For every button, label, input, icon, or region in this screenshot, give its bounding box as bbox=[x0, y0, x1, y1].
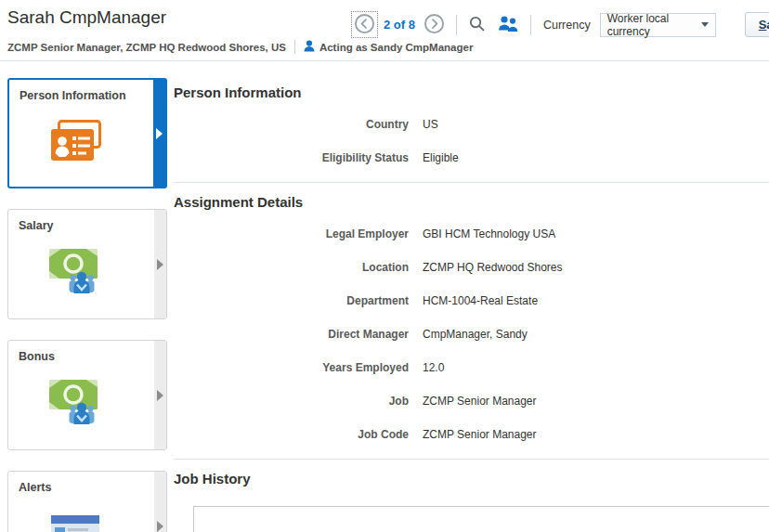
person-icon bbox=[304, 40, 315, 54]
card-strip bbox=[154, 341, 166, 449]
subtitle-divider bbox=[294, 40, 295, 54]
next-record-button[interactable] bbox=[424, 14, 445, 35]
field-label: Eligibility Status bbox=[174, 151, 409, 164]
currency-dropdown-value: Worker local currency bbox=[607, 12, 696, 38]
page-header: Sarah CmpManager ZCMP Senior Manager, ZC… bbox=[0, 0, 769, 61]
sidebar-card-alerts[interactable]: Alerts bbox=[7, 471, 167, 532]
field-label: Country bbox=[174, 118, 409, 131]
card-arrow-icon bbox=[157, 259, 163, 270]
field-value: ZCMP Senior Manager bbox=[423, 395, 537, 408]
card-title: Person Information bbox=[20, 89, 126, 102]
currency-dropdown[interactable]: Worker local currency bbox=[600, 13, 716, 37]
card-title: Bonus bbox=[19, 350, 55, 363]
team-icon bbox=[498, 15, 518, 35]
sidebar: Person Information Salary bbox=[7, 78, 167, 532]
save-button-label: Save bbox=[759, 18, 769, 32]
card-title: Alerts bbox=[19, 481, 51, 494]
card-strip bbox=[154, 210, 166, 318]
field-row-job: Job ZCMP Senior Manager bbox=[174, 384, 769, 418]
toolbar-divider bbox=[530, 15, 531, 35]
field-value: HCM-1004-Real Estate bbox=[423, 294, 538, 307]
section-heading-assignment-details: Assignment Details bbox=[174, 194, 769, 210]
field-label: Direct Manager bbox=[174, 328, 409, 341]
sidebar-card-person-information[interactable]: Person Information bbox=[7, 78, 167, 188]
field-row-job-code: Job Code ZCMP Senior Manager bbox=[174, 418, 769, 451]
field-row-eligibility-status: Eligibility Status Eligible bbox=[174, 141, 769, 175]
field-value: CmpManager, Sandy bbox=[423, 328, 528, 341]
chevron-right-icon bbox=[424, 13, 445, 37]
section-heading-person-information: Person Information bbox=[174, 84, 769, 100]
field-value: ZCMP Senior Manager bbox=[423, 428, 537, 441]
field-value: US bbox=[423, 118, 438, 131]
sidebar-card-salary[interactable]: Salary bbox=[7, 209, 167, 319]
money-people-icon bbox=[49, 249, 101, 297]
sidebar-card-bonus[interactable]: Bonus bbox=[7, 340, 167, 450]
section-heading-job-history: Job History bbox=[174, 471, 769, 487]
field-label: Job Code bbox=[174, 428, 409, 441]
field-label: Location bbox=[174, 261, 409, 274]
section-divider bbox=[174, 459, 769, 460]
browser-window-icon bbox=[51, 515, 99, 532]
header-toolbar: 2 of 8 Currency Worker local currency bbox=[354, 12, 769, 37]
card-selected-strip bbox=[153, 80, 165, 187]
person-information-fields: Country US Eligibility Status Eligible bbox=[174, 108, 769, 175]
page-title: Sarah CmpManager bbox=[7, 7, 166, 28]
field-label: Years Employed bbox=[174, 361, 409, 374]
worker-assignment-text: ZCMP Senior Manager, ZCMP HQ Redwood Sho… bbox=[7, 42, 286, 53]
card-strip bbox=[154, 472, 166, 532]
currency-label: Currency bbox=[543, 19, 591, 32]
toolbar-divider bbox=[456, 15, 457, 35]
field-label: Job bbox=[174, 395, 409, 408]
search-icon bbox=[468, 15, 486, 35]
card-title: Salary bbox=[19, 219, 54, 232]
field-value: ZCMP HQ Redwood Shores bbox=[423, 261, 563, 274]
job-history-table bbox=[193, 506, 769, 532]
acting-as-label: Acting as Sandy CmpManager bbox=[319, 42, 474, 53]
money-people-icon bbox=[49, 380, 101, 428]
field-row-years-employed: Years Employed 12.0 bbox=[174, 351, 769, 384]
card-arrow-icon bbox=[157, 390, 163, 401]
search-button[interactable] bbox=[468, 15, 486, 35]
previous-record-button[interactable] bbox=[354, 14, 375, 35]
field-value: Eligible bbox=[423, 151, 459, 164]
field-label: Department bbox=[174, 294, 409, 307]
chevron-left-icon bbox=[354, 13, 375, 37]
chevron-down-icon bbox=[701, 22, 709, 27]
assignment-details-fields: Legal Employer GBI HCM Technology USA Lo… bbox=[174, 217, 769, 451]
save-button[interactable]: Save bbox=[745, 12, 769, 37]
worker-subtitle: ZCMP Senior Manager, ZCMP HQ Redwood Sho… bbox=[7, 40, 473, 54]
main-content: Person Information Country US Eligibilit… bbox=[174, 61, 769, 532]
id-card-icon bbox=[50, 120, 102, 166]
field-label: Legal Employer bbox=[174, 227, 409, 240]
card-arrow-icon bbox=[157, 521, 163, 532]
section-divider bbox=[174, 182, 769, 183]
card-arrow-icon bbox=[156, 128, 163, 139]
field-row-country: Country US bbox=[174, 108, 769, 141]
field-row-location: Location ZCMP HQ Redwood Shores bbox=[174, 251, 769, 284]
record-position: 2 of 8 bbox=[384, 18, 415, 32]
team-button[interactable] bbox=[498, 15, 518, 35]
acting-as: Acting as Sandy CmpManager bbox=[304, 40, 474, 54]
field-value: 12.0 bbox=[423, 361, 444, 374]
field-row-department: Department HCM-1004-Real Estate bbox=[174, 284, 769, 318]
field-row-legal-employer: Legal Employer GBI HCM Technology USA bbox=[174, 217, 769, 251]
field-value: GBI HCM Technology USA bbox=[423, 227, 555, 240]
field-row-direct-manager: Direct Manager CmpManager, Sandy bbox=[174, 318, 769, 351]
